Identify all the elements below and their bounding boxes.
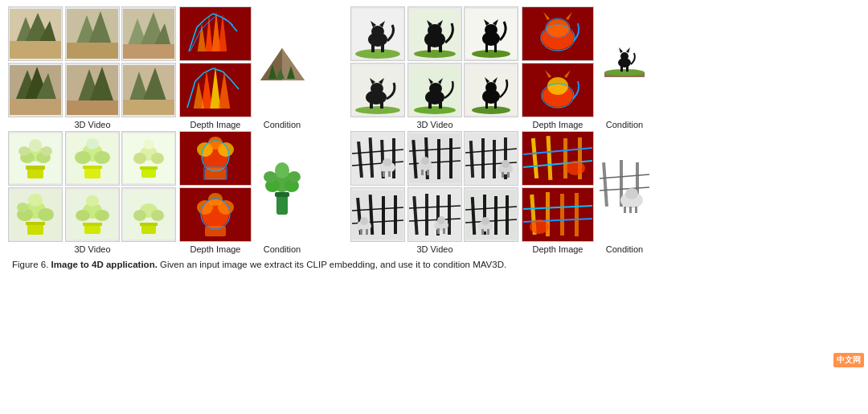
video-cell (350, 63, 405, 117)
svg-point-200 (421, 157, 429, 165)
svg-rect-26 (123, 100, 174, 115)
bottom-left-video: 3D Video (8, 131, 177, 254)
svg-rect-229 (448, 195, 451, 235)
svg-point-109 (620, 52, 628, 60)
svg-point-262 (530, 219, 549, 234)
video-cell (65, 131, 120, 186)
svg-rect-22 (67, 100, 118, 115)
svg-point-78 (414, 106, 456, 114)
svg-point-151 (86, 195, 99, 207)
bottom-left-condition-label: Condition (264, 244, 301, 254)
svg-rect-259 (575, 193, 579, 236)
top-right-video-label: 3D Video (350, 120, 519, 129)
video-cell (121, 63, 176, 117)
svg-rect-68 (494, 44, 497, 52)
svg-rect-52 (381, 44, 384, 52)
svg-rect-227 (425, 194, 428, 236)
video-cell (407, 6, 462, 61)
top-left-section: 3D Video (8, 6, 310, 129)
bottom-right-condition-label: Condition (606, 244, 643, 254)
svg-point-163 (208, 137, 223, 150)
svg-rect-191 (388, 171, 391, 177)
top-left-depth: Depth Image (179, 6, 252, 129)
video-cell (350, 6, 405, 61)
svg-line-266 (600, 174, 649, 178)
video-cell (65, 187, 120, 242)
svg-point-72 (371, 83, 383, 94)
svg-rect-201 (421, 170, 424, 175)
svg-point-102 (547, 77, 568, 95)
bottom-left-video-label: 3D Video (8, 244, 177, 254)
svg-rect-196 (449, 138, 452, 178)
svg-point-48 (371, 26, 384, 37)
svg-point-150 (95, 210, 109, 221)
svg-rect-174 (275, 192, 289, 197)
top-left-condition-label: Condition (264, 120, 301, 129)
svg-point-129 (86, 138, 99, 150)
video-cell (65, 63, 120, 117)
svg-rect-235 (443, 228, 445, 234)
svg-point-86 (472, 106, 510, 114)
svg-rect-59 (428, 45, 431, 52)
svg-rect-124 (84, 167, 100, 178)
video-cell (121, 187, 176, 242)
svg-point-244 (481, 217, 489, 225)
svg-rect-212 (502, 172, 504, 178)
svg-rect-67 (485, 44, 488, 52)
bottom-left-depth: Depth Image (179, 131, 252, 254)
svg-point-189 (383, 158, 392, 166)
svg-rect-234 (437, 228, 440, 234)
svg-rect-239 (494, 196, 497, 235)
svg-marker-111 (626, 47, 630, 53)
svg-rect-195 (437, 139, 440, 179)
top-left-condition: Condition (254, 6, 310, 129)
caption-text: Given an input image we extract its CLIP… (160, 260, 506, 269)
svg-rect-240 (506, 195, 509, 235)
svg-point-120 (29, 139, 42, 152)
svg-rect-250 (563, 138, 567, 178)
svg-point-62 (472, 50, 510, 58)
top-left-video-label: 3D Video (8, 120, 177, 129)
main-container: 3D Video (0, 0, 868, 276)
depth-cell (522, 6, 594, 61)
top-right-video: 3D Video (350, 6, 519, 129)
svg-point-46 (355, 49, 400, 59)
svg-point-143 (28, 194, 43, 207)
bottom-left-section: 3D Video (8, 131, 310, 254)
svg-rect-4 (10, 41, 61, 59)
svg-point-211 (502, 160, 510, 168)
svg-rect-8 (67, 43, 118, 59)
svg-rect-13 (123, 44, 174, 59)
svg-point-128 (94, 151, 110, 164)
svg-rect-84 (439, 102, 442, 109)
svg-rect-272 (635, 207, 637, 213)
svg-point-269 (625, 188, 638, 199)
video-cell (464, 187, 518, 242)
caption: Figure 6. Image to 4D application. Given… (8, 258, 860, 271)
watermark: 中文网 (833, 353, 864, 367)
video-cell (464, 6, 518, 61)
svg-rect-217 (382, 196, 385, 235)
video-cell (464, 63, 518, 117)
svg-rect-218 (394, 195, 397, 234)
svg-rect-213 (507, 172, 510, 178)
video-cell (8, 63, 63, 117)
bottom-left-condition: Condition (254, 131, 310, 254)
video-cell (8, 6, 63, 61)
svg-point-222 (360, 217, 368, 225)
svg-point-179 (264, 171, 276, 182)
svg-point-80 (429, 83, 442, 94)
video-cell (121, 6, 176, 61)
svg-rect-202 (427, 170, 429, 175)
depth-cell (522, 187, 594, 242)
svg-point-156 (133, 210, 146, 221)
svg-rect-18 (10, 99, 61, 115)
svg-rect-125 (83, 166, 102, 169)
svg-point-136 (143, 140, 154, 150)
video-cell (350, 131, 405, 186)
svg-rect-38 (181, 109, 250, 117)
svg-rect-160 (205, 168, 226, 179)
svg-point-107 (604, 69, 645, 76)
svg-rect-76 (380, 102, 383, 109)
top-left-depth-label: Depth Image (179, 120, 252, 129)
